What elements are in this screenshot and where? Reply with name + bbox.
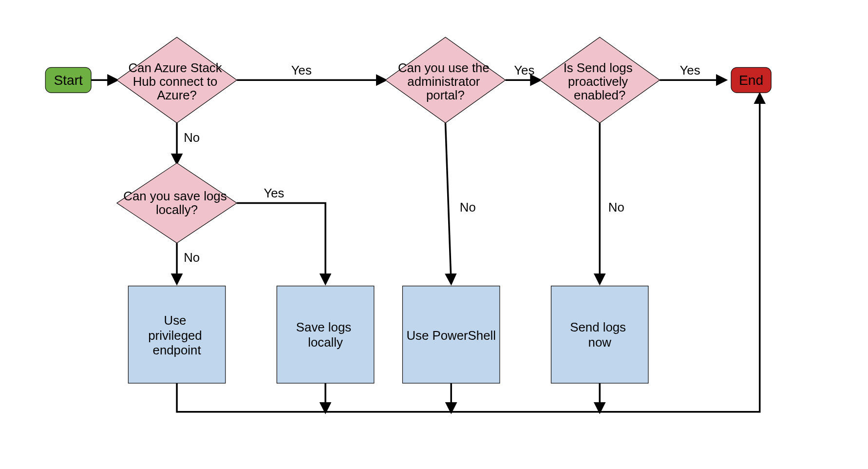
node-start-label: Start xyxy=(54,73,83,88)
edge-d1-d4-label: No xyxy=(184,131,200,144)
edge-d4-p2 xyxy=(237,203,325,283)
process-save-locally xyxy=(277,286,374,383)
edge-d1-d2-label: Yes xyxy=(291,63,312,77)
edge-d2-p3 xyxy=(445,123,451,283)
decision-send-logs-enabled-text: Is Send logs proactively enabled? xyxy=(564,61,636,102)
process-send-logs-now xyxy=(551,286,648,383)
edge-d4-p1-label: No xyxy=(184,251,200,264)
process-use-powershell-text: Use PowerShell xyxy=(406,329,496,342)
edge-d2-d3-label: Yes xyxy=(514,63,534,77)
node-end-label: End xyxy=(739,73,763,88)
edge-d2-p3-label: No xyxy=(460,200,476,214)
edge-d3-p4-label: No xyxy=(608,200,624,214)
edge-d4-p2-label: Yes xyxy=(264,186,284,200)
flowchart: Yes Yes Yes No No Yes No No Start End Ca… xyxy=(0,0,868,469)
edge-d3-end-label: Yes xyxy=(679,63,700,77)
